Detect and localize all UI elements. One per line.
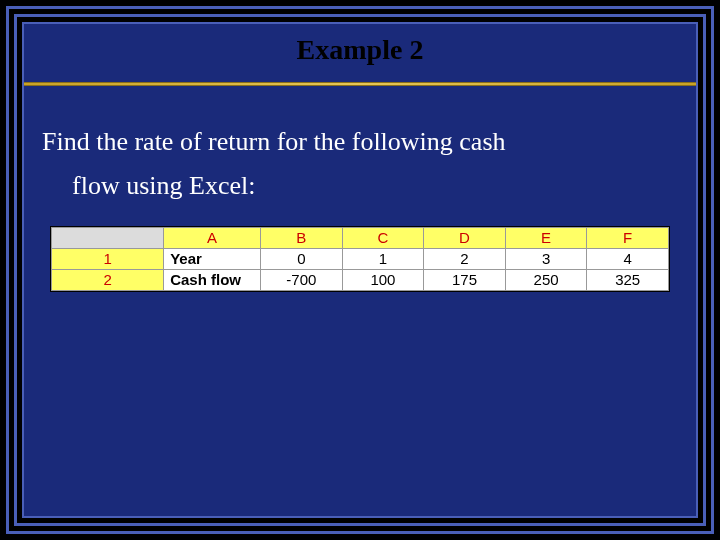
cell-a2: Cash flow <box>164 270 261 291</box>
col-header-e: E <box>505 228 587 249</box>
table-row: 1 Year 0 1 2 3 4 <box>52 249 669 270</box>
cell-c1: 1 <box>342 249 424 270</box>
col-header-c: C <box>342 228 424 249</box>
cell-c2: 100 <box>342 270 424 291</box>
table-row: 2 Cash flow -700 100 175 250 325 <box>52 270 669 291</box>
body-line-1: Find the rate of return for the followin… <box>42 120 678 164</box>
cell-e1: 3 <box>505 249 587 270</box>
slide-body: Find the rate of return for the followin… <box>24 94 696 216</box>
cell-f1: 4 <box>587 249 669 270</box>
spreadsheet-table: A B C D E F 1 Year 0 1 2 3 4 <box>51 227 669 291</box>
col-header-b: B <box>261 228 343 249</box>
cell-b2: -700 <box>261 270 343 291</box>
row-header-1: 1 <box>52 249 164 270</box>
slide-outer-frame: Example 2 Find the rate of return for th… <box>6 6 714 534</box>
cell-d1: 2 <box>424 249 506 270</box>
column-header-row: A B C D E F <box>52 228 669 249</box>
slide-inner-frame: Example 2 Find the rate of return for th… <box>22 22 698 518</box>
cell-d2: 175 <box>424 270 506 291</box>
cell-a1: Year <box>164 249 261 270</box>
corner-cell <box>52 228 164 249</box>
body-line-2: flow using Excel: <box>42 164 678 208</box>
spreadsheet: A B C D E F 1 Year 0 1 2 3 4 <box>50 226 670 292</box>
cell-e2: 250 <box>505 270 587 291</box>
slide-mid-frame: Example 2 Find the rate of return for th… <box>14 14 706 526</box>
col-header-d: D <box>424 228 506 249</box>
cell-f2: 325 <box>587 270 669 291</box>
title-underline <box>24 82 696 86</box>
slide-title: Example 2 <box>24 24 696 72</box>
col-header-a: A <box>164 228 261 249</box>
col-header-f: F <box>587 228 669 249</box>
cell-b1: 0 <box>261 249 343 270</box>
row-header-2: 2 <box>52 270 164 291</box>
